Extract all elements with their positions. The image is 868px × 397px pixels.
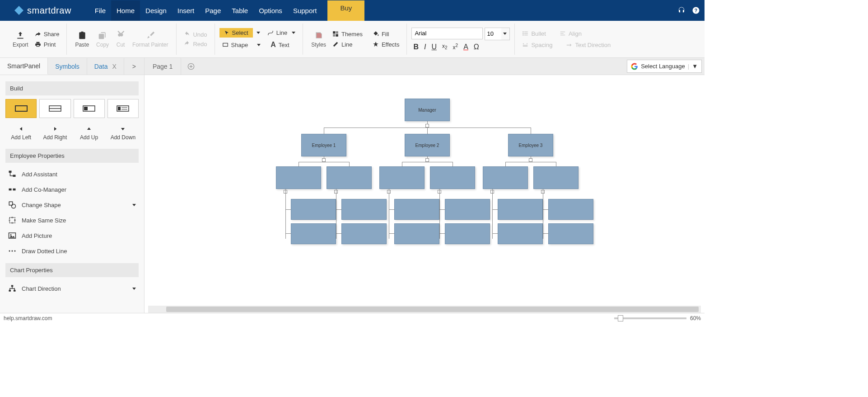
make-same-size-button[interactable]: Make Same Size bbox=[5, 213, 139, 228]
node-blank[interactable] bbox=[291, 223, 336, 244]
connector-dot[interactable] bbox=[322, 158, 326, 162]
shape-photo2-button[interactable] bbox=[107, 99, 139, 118]
chart-direction-button[interactable]: Chart Direction bbox=[5, 281, 139, 296]
add-left-button[interactable]: Add Left bbox=[5, 123, 37, 143]
share-button[interactable]: Share bbox=[32, 29, 62, 39]
themes-button[interactable]: Themes bbox=[330, 29, 365, 39]
underline-button[interactable]: U bbox=[431, 43, 437, 51]
node-blank[interactable] bbox=[379, 166, 425, 189]
align-button[interactable]: Align bbox=[557, 29, 584, 38]
text-button[interactable]: AText bbox=[268, 39, 292, 50]
export-icon bbox=[16, 31, 25, 40]
subscript-button[interactable]: x2 bbox=[442, 43, 448, 50]
omega-button[interactable]: Ω bbox=[474, 43, 479, 51]
fill-button[interactable]: Fill bbox=[370, 29, 402, 39]
menu-file[interactable]: File bbox=[89, 0, 111, 21]
add-right-button[interactable]: Add Right bbox=[39, 123, 70, 143]
node-blank[interactable] bbox=[533, 166, 579, 189]
undo-button[interactable]: Undo bbox=[181, 30, 210, 39]
node-employee-1[interactable]: Employee 1 bbox=[301, 134, 346, 156]
styles-button[interactable]: Styles bbox=[308, 29, 330, 50]
connector-dot[interactable] bbox=[529, 158, 532, 162]
node-employee-2[interactable]: Employee 2 bbox=[405, 134, 450, 156]
tab-symbols[interactable]: Symbols bbox=[48, 58, 87, 75]
headset-icon[interactable] bbox=[677, 6, 686, 14]
menu-home[interactable]: Home bbox=[111, 0, 140, 21]
node-blank[interactable] bbox=[394, 199, 439, 220]
node-blank[interactable] bbox=[548, 223, 593, 244]
font-size-input[interactable] bbox=[485, 28, 501, 40]
connector-dot[interactable] bbox=[425, 124, 429, 128]
node-blank[interactable] bbox=[291, 199, 336, 220]
print-button[interactable]: Print bbox=[32, 40, 62, 49]
add-up-button[interactable]: Add Up bbox=[74, 123, 105, 143]
shape-split-button[interactable] bbox=[39, 99, 70, 118]
node-employee-3[interactable]: Employee 3 bbox=[508, 134, 553, 156]
help-icon[interactable]: ? bbox=[692, 6, 700, 14]
node-blank[interactable] bbox=[327, 166, 372, 189]
node-blank[interactable] bbox=[445, 199, 490, 220]
shape-box-button[interactable] bbox=[5, 99, 37, 118]
node-blank[interactable] bbox=[445, 223, 490, 244]
node-blank[interactable] bbox=[548, 199, 593, 220]
change-shape-button[interactable]: Change Shape bbox=[5, 197, 139, 213]
menu-options[interactable]: Options bbox=[253, 0, 288, 21]
node-manager[interactable]: Manager bbox=[405, 99, 450, 121]
node-blank[interactable] bbox=[483, 166, 528, 189]
spacing-button[interactable]: Spacing bbox=[519, 40, 555, 50]
menu-table[interactable]: Table bbox=[226, 0, 253, 21]
close-icon[interactable]: X bbox=[112, 63, 116, 70]
add-picture-button[interactable]: Add Picture bbox=[5, 228, 139, 243]
font-color-button[interactable]: A bbox=[463, 43, 468, 51]
node-blank[interactable] bbox=[341, 199, 387, 220]
buy-button[interactable]: Buy bbox=[327, 0, 364, 21]
connector-dot[interactable] bbox=[425, 158, 429, 162]
select-button[interactable]: Select bbox=[219, 28, 253, 38]
node-blank[interactable] bbox=[276, 166, 321, 189]
tab-smartpanel[interactable]: SmartPanel bbox=[0, 58, 48, 75]
node-blank[interactable] bbox=[341, 223, 387, 244]
line-style-button[interactable]: Line bbox=[330, 40, 365, 49]
svg-point-11 bbox=[523, 34, 524, 35]
cut-button[interactable]: Cut bbox=[112, 29, 129, 50]
menu-design[interactable]: Design bbox=[140, 0, 172, 21]
bold-button[interactable]: B bbox=[413, 43, 419, 51]
draw-dotted-button[interactable]: Draw Dotted Line bbox=[5, 243, 139, 259]
font-input[interactable] bbox=[411, 28, 483, 39]
format-painter-button[interactable]: Format Painter bbox=[129, 29, 172, 50]
canvas[interactable]: Manager Employee 1 Employee 2 Employee 3 bbox=[145, 75, 705, 313]
add-page-button[interactable] bbox=[181, 58, 201, 75]
tab-data[interactable]: DataX bbox=[87, 58, 124, 75]
copy-button[interactable]: Copy bbox=[93, 29, 112, 50]
select-dropdown[interactable] bbox=[257, 32, 260, 34]
text-direction-button[interactable]: Text Direction bbox=[563, 40, 613, 50]
shape-photo1-button[interactable] bbox=[74, 99, 105, 118]
export-button[interactable]: Export bbox=[9, 29, 32, 50]
add-down-button[interactable]: Add Down bbox=[107, 123, 139, 143]
node-blank[interactable] bbox=[498, 199, 543, 220]
zoom-slider[interactable] bbox=[614, 317, 686, 319]
logo[interactable]: smartdraw bbox=[14, 5, 71, 16]
paste-button[interactable]: Paste bbox=[71, 29, 93, 50]
node-blank[interactable] bbox=[430, 166, 475, 189]
zoom-thumb[interactable] bbox=[618, 315, 623, 321]
bullet-button[interactable]: Bullet bbox=[519, 29, 549, 38]
node-blank[interactable] bbox=[498, 223, 543, 244]
menu-insert[interactable]: Insert bbox=[172, 0, 200, 21]
menu-page[interactable]: Page bbox=[200, 0, 226, 21]
line-button[interactable]: Line bbox=[265, 28, 299, 38]
italic-button[interactable]: I bbox=[424, 43, 426, 51]
node-blank[interactable] bbox=[394, 223, 439, 244]
effects-button[interactable]: Effects bbox=[370, 40, 402, 49]
scrollbar-thumb[interactable] bbox=[166, 307, 699, 312]
language-select[interactable]: Select Language | ▼ bbox=[627, 60, 702, 73]
redo-button[interactable]: Redo bbox=[181, 39, 210, 49]
menu-support[interactable]: Support bbox=[288, 0, 322, 21]
size-dropdown[interactable] bbox=[503, 33, 507, 35]
shape-button[interactable]: Shape bbox=[219, 40, 264, 50]
horizontal-scrollbar[interactable] bbox=[148, 306, 701, 313]
add-comanager-button[interactable]: Add Co-Manager bbox=[5, 182, 139, 197]
add-assistant-button[interactable]: Add Assistant bbox=[5, 166, 139, 182]
superscript-button[interactable]: x2 bbox=[453, 43, 458, 51]
page-tab[interactable]: Page 1 bbox=[145, 58, 181, 75]
